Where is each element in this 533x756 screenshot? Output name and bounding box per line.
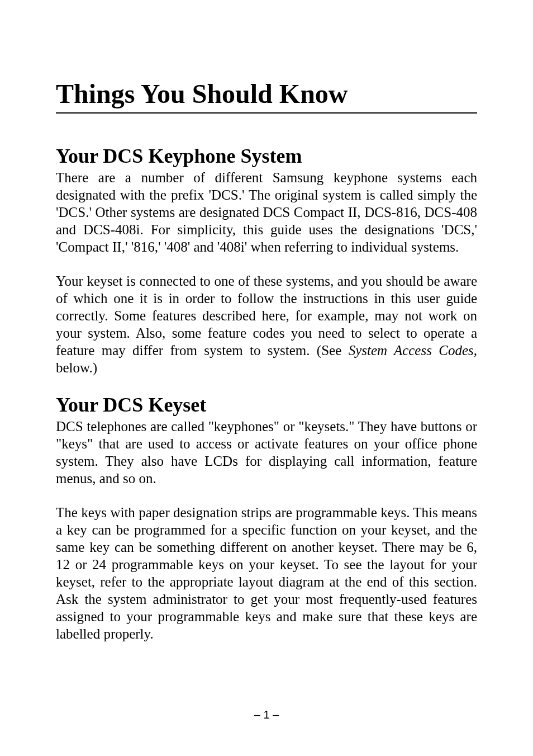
section-1-paragraph-1: There are a number of different Samsung … (56, 169, 477, 256)
smallcaps-text: LCDs (204, 453, 238, 469)
italic-text: System Access Codes, (349, 343, 477, 358)
section-2-paragraph-1: DCS telephones are called "keyphones" or… (56, 418, 477, 487)
title-rule (56, 112, 477, 114)
section-1-paragraph-2: Your keyset is connected to one of these… (56, 272, 477, 376)
section-2-heading: Your DCS Keyset (56, 393, 477, 417)
section-1-heading: Your DCS Keyphone System (56, 144, 477, 168)
section-2-paragraph-2: The keys with paper designation strips a… (56, 504, 477, 642)
page-title: Things You Should Know (56, 78, 477, 109)
page-number: – 1 – (0, 708, 533, 721)
text-run: below.) (56, 360, 97, 375)
